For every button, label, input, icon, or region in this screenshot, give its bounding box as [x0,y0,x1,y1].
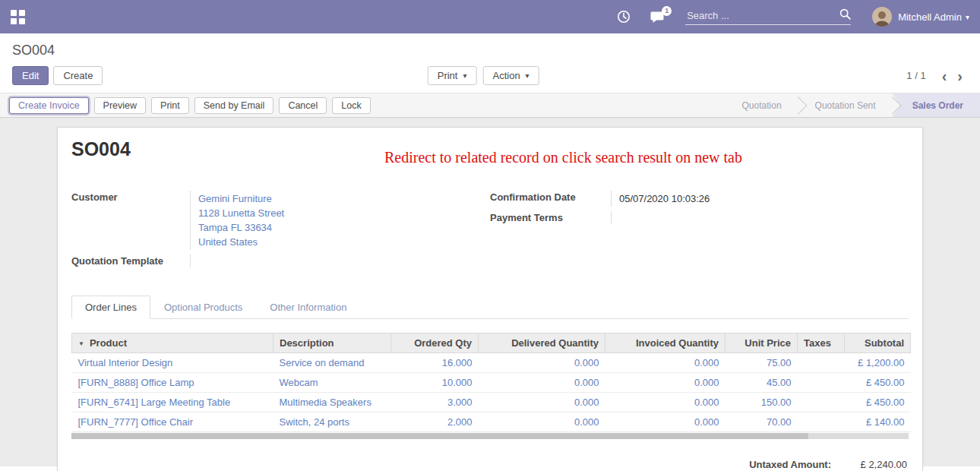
cell-description: Switch, 24 ports [273,413,391,432]
pager-counter: 1 / 1 [906,70,925,81]
annotation-text: Redirect to related record on click sear… [384,149,742,166]
cell-description: Multimedia Speakers [273,393,391,413]
state-quotation[interactable]: Quotation [726,93,798,117]
customer-value[interactable]: Gemini Furniture 1128 Lunetta Street Tam… [191,191,284,250]
tab-other-information[interactable]: Other Information [256,296,360,319]
status-pipeline: Quotation Quotation Sent Sales Order [726,93,980,117]
search-input[interactable] [685,9,839,22]
quotation-template-value [191,254,198,267]
cell-taxes [798,353,845,373]
cell-taxes [798,393,845,413]
column-header-unit-price[interactable]: Unit Price [726,333,798,353]
confirmation-date-label: Confirmation Date [490,191,612,207]
cell-ordered-qty: 16.000 [391,353,479,373]
activities-clock-icon[interactable] [617,10,631,24]
cell-description: Service on demand [273,353,391,373]
untaxed-amount-label: Untaxed Amount: [749,459,831,470]
cell-ordered-qty: 3.000 [391,393,479,413]
cell-subtotal: £ 140.00 [845,413,911,432]
column-header-subtotal[interactable]: Subtotal [845,333,911,353]
cell-unit-price: 70.00 [726,413,798,432]
statusbar: Create Invoice Preview Print Send by Ema… [0,93,980,118]
pager-next-icon[interactable]: › [952,68,968,84]
cell-delivered-qty: 0.000 [479,413,605,432]
send-by-email-button[interactable]: Send by Email [194,97,274,114]
chevron-down-icon: ▾ [526,71,530,80]
top-navbar: 1 Mitchell Admin ▾ [0,0,980,33]
action-dropdown-button[interactable]: Action▾ [482,66,539,85]
table-row[interactable]: [FURN_6741] Large Meeting Table Multimed… [72,393,911,413]
print-button[interactable]: Print [151,97,189,114]
cell-product: [FURN_8888] Office Lamp [72,373,273,393]
cell-unit-price: 75.00 [726,353,798,373]
page-title: SO004 [12,43,55,58]
cell-invoiced-qty: 0.000 [605,373,726,393]
payment-terms-value [612,211,619,224]
main-content: SO004 Redirect to related record on clic… [0,118,980,466]
cell-delivered-qty: 0.000 [479,393,605,413]
user-name: Mitchell Admin [898,11,962,23]
cell-invoiced-qty: 0.000 [605,393,726,413]
state-sales-order[interactable]: Sales Order [893,93,980,117]
breadcrumb: SO004 [0,33,980,60]
cell-unit-price: 45.00 [726,373,798,393]
cell-delivered-qty: 0.000 [479,373,605,393]
pager-previous-icon[interactable]: ‹ [937,68,953,84]
cell-invoiced-qty: 0.000 [605,413,726,432]
scrollbar-thumb[interactable] [71,433,808,439]
cell-ordered-qty: 2.000 [391,413,479,432]
print-dropdown-button[interactable]: Print▾ [428,66,477,85]
cell-ordered-qty: 10.000 [391,373,479,393]
cell-description: Webcam [273,373,391,393]
cell-subtotal: £ 450.00 [845,373,911,393]
cell-subtotal: £ 450.00 [845,393,911,413]
create-invoice-button[interactable]: Create Invoice [9,97,89,114]
notebook-tabs: Order Lines Optional Products Other Info… [71,295,909,319]
lock-button[interactable]: Lock [332,97,370,114]
column-header-taxes[interactable]: Taxes [798,333,845,353]
cell-invoiced-qty: 0.000 [605,353,726,373]
user-menu[interactable]: Mitchell Admin ▾ [872,7,969,27]
preview-button[interactable]: Preview [94,97,146,114]
search-icon[interactable] [839,8,851,22]
table-row[interactable]: Virtual Interior Design Service on deman… [72,353,911,373]
totals-section: Untaxed Amount: £ 2,240.00 [71,459,909,470]
cell-taxes [798,413,845,432]
global-search [685,8,851,25]
cell-product: Virtual Interior Design [72,353,273,373]
table-horizontal-scrollbar [71,433,909,439]
state-quotation-sent[interactable]: Quotation Sent [798,93,893,117]
cell-unit-price: 150.00 [726,393,798,413]
messages-icon[interactable]: 1 [650,11,665,24]
cancel-button[interactable]: Cancel [279,97,327,114]
column-header-invoiced-quantity[interactable]: Invoiced Quantity [605,333,726,353]
cell-taxes [798,373,845,393]
table-row[interactable]: [FURN_7777] Office Chair Switch, 24 port… [72,413,911,432]
cell-product: [FURN_6741] Large Meeting Table [72,393,273,413]
field-area: Customer Gemini Furniture 1128 Lunetta S… [71,191,909,272]
column-header-delivered-quantity[interactable]: Delivered Quantity [479,333,605,353]
cell-subtotal: £ 1,200.00 [845,353,911,373]
sale-order-sheet: SO004 Redirect to related record on clic… [57,127,923,471]
edit-button[interactable]: Edit [12,66,49,85]
table-header-row: ▼Product Description Ordered Qty Deliver… [72,333,911,353]
confirmation-date-value: 05/07/2020 10:03:26 [612,191,710,207]
column-header-product[interactable]: ▼Product [72,333,273,353]
create-button[interactable]: Create [53,66,103,85]
messages-badge: 1 [662,6,672,16]
tab-order-lines[interactable]: Order Lines [71,296,150,319]
table-row[interactable]: [FURN_8888] Office Lamp Webcam 10.000 0.… [72,373,911,393]
sort-caret-icon: ▼ [78,340,84,347]
chevron-down-icon: ▾ [463,71,466,80]
user-caret-icon: ▾ [966,13,969,21]
payment-terms-label: Payment Terms [490,211,612,224]
tab-optional-products[interactable]: Optional Products [150,296,256,319]
untaxed-amount-value: £ 2,240.00 [831,459,907,470]
avatar [872,7,892,27]
cell-product: [FURN_7777] Office Chair [72,413,273,432]
quotation-template-label: Quotation Template [71,254,191,267]
column-header-ordered-qty[interactable]: Ordered Qty [391,333,479,353]
column-header-description[interactable]: Description [273,333,391,353]
customer-label: Customer [71,191,191,250]
apps-menu-icon[interactable] [11,10,25,24]
